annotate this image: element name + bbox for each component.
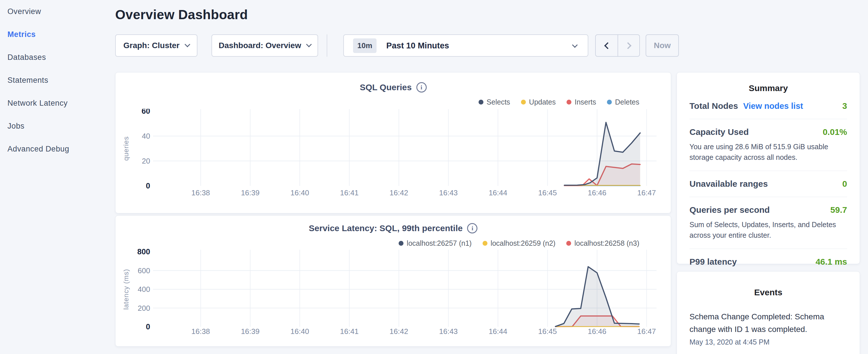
svg-text:16:47: 16:47 <box>637 189 656 197</box>
summary-row-p99-latency: P99 latency 46.1 ms <box>689 249 847 275</box>
svg-text:16:43: 16:43 <box>439 189 458 197</box>
svg-text:16:43: 16:43 <box>439 327 458 336</box>
svg-text:16:44: 16:44 <box>489 189 507 197</box>
right-column: Summary Total Nodes View nodes list 3 Ca… <box>677 72 860 354</box>
svg-text:16:38: 16:38 <box>191 327 210 336</box>
chevron-left-icon <box>604 42 611 49</box>
legend-dot-selects <box>478 100 484 104</box>
svg-text:16:47: 16:47 <box>637 327 656 336</box>
svg-text:16:40: 16:40 <box>290 189 309 197</box>
summary-row-value: 3 <box>842 101 847 111</box>
svg-text:16:45: 16:45 <box>538 327 557 336</box>
svg-text:200: 200 <box>138 304 150 313</box>
summary-row-unavailable-ranges: Unavailable ranges 0 <box>689 171 847 197</box>
event-item-timestamp: May 13, 2020 at 4:45 PM <box>689 338 847 346</box>
summary-row-label: Total Nodes <box>689 101 738 111</box>
svg-text:16:41: 16:41 <box>340 327 359 336</box>
svg-text:16:44: 16:44 <box>489 327 507 336</box>
summary-row-capacity-used: Capacity Used 0.01% You are using 28.6 M… <box>689 119 847 171</box>
chevron-down-icon <box>185 41 190 47</box>
svg-text:16:38: 16:38 <box>191 189 210 197</box>
controls-divider <box>327 34 327 57</box>
view-nodes-list-link[interactable]: View nodes list <box>743 101 803 111</box>
sidebar-item-network-latency[interactable]: Network Latency <box>0 92 115 115</box>
sql-queries-chart-card: SQL Queries i Selects Updates Inserts De… <box>115 72 671 213</box>
legend-item: Deletes <box>607 98 639 106</box>
svg-text:16:42: 16:42 <box>390 327 408 336</box>
graph-scope-dropdown-label: Graph: Cluster <box>123 41 179 50</box>
summary-row-label: P99 latency <box>689 257 737 267</box>
summary-row-label: Capacity Used <box>689 127 749 137</box>
info-icon[interactable]: i <box>416 82 427 93</box>
graph-scope-dropdown[interactable]: Graph: Cluster <box>115 34 197 57</box>
info-icon[interactable]: i <box>467 223 477 233</box>
sql-queries-plot[interactable]: 16:3816:3916:4016:4116:4216:4316:4416:45… <box>116 109 671 205</box>
summary-row-subtext: Sum of Selects, Updates, Inserts, and De… <box>689 219 847 240</box>
summary-title: Summary <box>689 83 847 93</box>
legend-item: Updates <box>521 98 556 106</box>
chevron-right-icon <box>624 42 631 49</box>
summary-row-label: Queries per second <box>689 205 770 215</box>
page: Overview Metrics Databases Statements Ne… <box>0 0 868 354</box>
time-range-dropdown[interactable]: 10m Past 10 Minutes <box>343 34 588 57</box>
page-title: Overview Dashboard <box>115 7 868 22</box>
summary-row-label: Unavailable ranges <box>689 179 768 189</box>
sidebar-item-advanced-debug[interactable]: Advanced Debug <box>0 137 115 160</box>
now-button[interactable]: Now <box>646 34 679 57</box>
svg-text:16:41: 16:41 <box>340 189 359 197</box>
summary-row-value: 0 <box>842 179 847 189</box>
svg-text:16:46: 16:46 <box>588 327 607 336</box>
chevron-down-icon <box>306 41 312 47</box>
dashboard-dropdown[interactable]: Dashboard: Overview <box>212 34 318 57</box>
summary-row-value: 59.7 <box>831 205 847 215</box>
service-latency-chart-card: Service Latency: SQL, 99th percentile i … <box>115 215 671 347</box>
svg-text:16:40: 16:40 <box>290 327 309 336</box>
sidebar-item-databases[interactable]: Databases <box>0 46 115 69</box>
chart-title: SQL Queries <box>360 83 411 92</box>
events-title: Events <box>689 288 847 297</box>
dashboard-content: SQL Queries i Selects Updates Inserts De… <box>115 72 868 354</box>
sidebar: Overview Metrics Databases Statements Ne… <box>0 0 115 354</box>
legend-item: Inserts <box>566 98 596 106</box>
chart-title-row: SQL Queries i <box>116 82 671 93</box>
legend-dot-updates <box>521 100 526 104</box>
svg-text:400: 400 <box>138 285 150 294</box>
summary-row-value: 0.01% <box>823 127 847 137</box>
summary-row-queries-per-second: Queries per second 59.7 Sum of Selects, … <box>689 197 847 249</box>
legend-item: Selects <box>478 98 510 106</box>
svg-text:20: 20 <box>142 157 150 165</box>
svg-text:latency (ms): latency (ms) <box>122 269 130 310</box>
summary-row-subtext: You are using 28.6 MiB of 515.9 GiB usab… <box>689 141 847 163</box>
svg-text:16:46: 16:46 <box>588 189 607 197</box>
svg-text:16:42: 16:42 <box>390 189 408 197</box>
events-panel: Events Schema Change Completed: Schema c… <box>677 271 860 354</box>
svg-text:40: 40 <box>142 132 150 140</box>
chart-legend: Selects Updates Inserts Deletes <box>478 98 639 106</box>
svg-text:0: 0 <box>146 322 150 331</box>
legend-dot-deletes <box>607 100 612 104</box>
time-range-badge: 10m <box>353 38 376 53</box>
summary-row-total-nodes: Total Nodes View nodes list 3 <box>689 93 847 119</box>
svg-text:16:39: 16:39 <box>241 189 260 197</box>
dashboard-dropdown-label: Dashboard: Overview <box>219 41 301 50</box>
svg-text:800: 800 <box>137 248 150 256</box>
chart-title-row: Service Latency: SQL, 99th percentile i <box>116 223 671 233</box>
svg-text:16:39: 16:39 <box>241 327 260 336</box>
service-latency-plot[interactable]: 16:3816:3916:4016:4116:4216:4316:4416:45… <box>116 244 671 345</box>
charts-column: SQL Queries i Selects Updates Inserts De… <box>115 72 671 347</box>
sidebar-item-statements[interactable]: Statements <box>0 69 115 92</box>
sidebar-item-overview[interactable]: Overview <box>0 0 115 23</box>
chevron-down-icon <box>572 42 578 48</box>
event-item-text[interactable]: Schema Change Completed: Schema change w… <box>689 311 847 336</box>
sidebar-item-metrics[interactable]: Metrics <box>0 23 115 46</box>
time-step-back-button[interactable] <box>596 35 618 56</box>
legend-dot-inserts <box>566 100 571 104</box>
sidebar-item-jobs[interactable]: Jobs <box>0 115 115 137</box>
time-step-forward-button[interactable] <box>618 35 639 56</box>
summary-row-value: 46.1 ms <box>815 257 847 267</box>
time-step-buttons <box>595 34 640 57</box>
summary-panel: Summary Total Nodes View nodes list 3 Ca… <box>677 72 860 264</box>
svg-text:60: 60 <box>142 109 150 116</box>
svg-text:queries: queries <box>122 136 130 161</box>
svg-text:0: 0 <box>146 182 150 190</box>
